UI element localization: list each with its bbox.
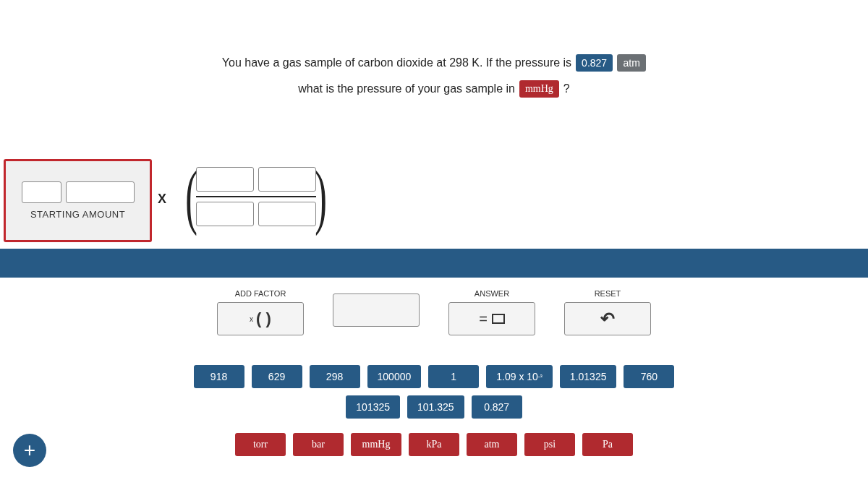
unit-tile[interactable]: torr: [235, 433, 286, 456]
denominator-unit-input[interactable]: [258, 202, 316, 226]
starting-unit-input[interactable]: [66, 181, 135, 203]
unit-tile[interactable]: Pa: [582, 433, 633, 456]
question-line1-prefix: You have a gas sample of carbon dioxide …: [222, 56, 571, 69]
multiply-icon: X: [158, 192, 166, 207]
numerator-unit-input[interactable]: [258, 167, 316, 192]
number-tile[interactable]: 629: [252, 365, 302, 388]
number-tile[interactable]: 918: [194, 365, 244, 388]
tiles-area: 91862929810000011.09 x 10-³1.01325760 10…: [0, 365, 868, 456]
number-tile[interactable]: 101.325: [407, 395, 464, 419]
number-tile[interactable]: 1.01325: [560, 365, 617, 388]
add-factor-x-icon: x: [250, 315, 253, 323]
starting-amount-box[interactable]: STARTING AMOUNT: [4, 159, 152, 242]
tool-row: ADD FACTOR x ( ) ANSWER = RESET ↶: [0, 289, 868, 335]
undo-icon: ↶: [600, 309, 615, 329]
pressure-unit-pill: atm: [617, 54, 646, 72]
number-tile[interactable]: 760: [624, 365, 674, 388]
pressure-value-pill: 0.827: [576, 54, 613, 72]
right-paren-icon: ): [315, 160, 328, 233]
conversion-factor: ( ): [179, 160, 333, 233]
reset-label: RESET: [595, 289, 621, 298]
target-unit-pill: mmHg: [519, 80, 559, 98]
add-button[interactable]: +: [13, 434, 46, 467]
unit-tile[interactable]: bar: [293, 433, 344, 456]
equals-icon: =: [479, 311, 488, 327]
question-text: You have a gas sample of carbon dioxide …: [0, 54, 868, 106]
number-tile-row-1: 91862929810000011.09 x 10-³1.01325760: [194, 365, 675, 388]
fraction-line: [196, 196, 316, 197]
unit-tile-row: torrbarmmHgkPaatmpsiPa: [235, 433, 633, 456]
add-factor-button[interactable]: x ( ): [217, 302, 304, 335]
number-tile-row-2: 101325101.3250.827: [346, 395, 522, 419]
answer-box-icon: [492, 314, 505, 324]
add-factor-label: ADD FACTOR: [235, 289, 286, 298]
question-line2-suffix: ?: [563, 82, 570, 95]
answer-label: ANSWER: [475, 289, 509, 298]
unit-tile[interactable]: psi: [524, 433, 575, 456]
reset-button[interactable]: ↶: [564, 302, 651, 335]
number-tile[interactable]: 100000: [367, 365, 422, 388]
numerator-value-input[interactable]: [196, 167, 254, 192]
blank-button[interactable]: [333, 293, 420, 327]
left-paren-icon: (: [185, 160, 197, 233]
number-tile[interactable]: 298: [310, 365, 360, 388]
plus-icon: +: [24, 439, 35, 462]
answer-button[interactable]: =: [448, 302, 535, 335]
number-tile[interactable]: 101325: [346, 395, 400, 419]
separator-band: [0, 249, 868, 278]
starting-value-input[interactable]: [22, 181, 61, 203]
denominator-value-input[interactable]: [196, 202, 254, 226]
question-line2-prefix: what is the pressure of your gas sample …: [298, 82, 515, 95]
number-tile[interactable]: 1: [428, 365, 479, 388]
number-tile[interactable]: 1.09 x 10-³: [486, 365, 553, 388]
unit-tile[interactable]: mmHg: [351, 433, 401, 456]
unit-tile[interactable]: kPa: [409, 433, 459, 456]
number-tile[interactable]: 0.827: [472, 395, 522, 419]
add-factor-paren-icon: ( ): [256, 309, 271, 328]
starting-amount-label: STARTING AMOUNT: [30, 209, 125, 220]
unit-tile[interactable]: atm: [467, 433, 517, 456]
